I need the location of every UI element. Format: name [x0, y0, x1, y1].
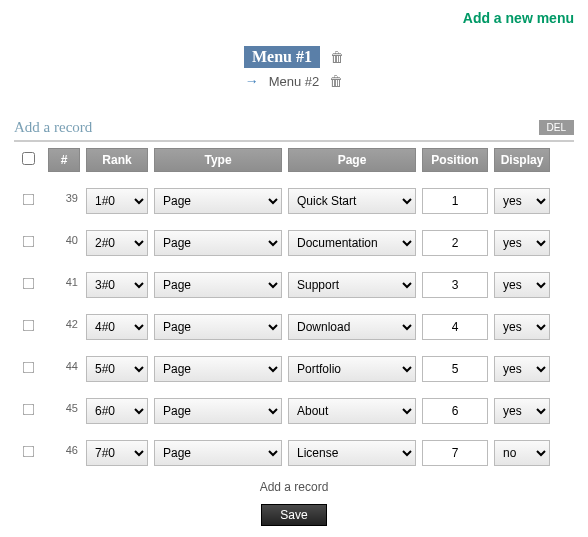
position-input[interactable] — [422, 398, 488, 424]
header-page: Page — [288, 148, 416, 172]
trash-icon[interactable]: 🗑 — [330, 49, 344, 65]
header-select — [14, 148, 42, 172]
footer-add-record[interactable]: Add a record — [14, 480, 574, 494]
rank-select[interactable]: 5#0 — [86, 356, 148, 382]
menu-active[interactable]: Menu #1 — [244, 46, 320, 68]
position-input[interactable] — [422, 314, 488, 340]
position-input[interactable] — [422, 230, 488, 256]
page-select[interactable]: License — [288, 440, 416, 466]
display-select[interactable]: yes — [494, 398, 550, 424]
display-select[interactable]: yes — [494, 272, 550, 298]
display-select[interactable]: yes — [494, 314, 550, 340]
type-select[interactable]: Page — [154, 272, 282, 298]
row-checkbox[interactable] — [22, 278, 34, 290]
type-select[interactable]: Page — [154, 188, 282, 214]
add-new-menu-link[interactable]: Add a new menu — [463, 10, 574, 26]
row-id: 40 — [48, 230, 80, 246]
section-title[interactable]: Add a record — [14, 119, 92, 136]
page-select[interactable]: Quick Start — [288, 188, 416, 214]
menu-inactive[interactable]: Menu #2 — [269, 74, 320, 89]
row-checkbox[interactable] — [22, 446, 34, 458]
type-select[interactable]: Page — [154, 440, 282, 466]
rank-select[interactable]: 4#0 — [86, 314, 148, 340]
position-input[interactable] — [422, 356, 488, 382]
position-input[interactable] — [422, 188, 488, 214]
row-checkbox[interactable] — [22, 236, 34, 248]
rank-select[interactable]: 7#0 — [86, 440, 148, 466]
rank-select[interactable]: 2#0 — [86, 230, 148, 256]
row-id: 46 — [48, 440, 80, 456]
position-input[interactable] — [422, 440, 488, 466]
delete-button[interactable]: DEL — [539, 120, 574, 135]
header-type: Type — [154, 148, 282, 172]
display-select[interactable]: yes — [494, 230, 550, 256]
row-id: 39 — [48, 188, 80, 204]
select-all-checkbox[interactable] — [22, 152, 35, 165]
save-button[interactable]: Save — [261, 504, 326, 526]
type-select[interactable]: Page — [154, 314, 282, 340]
header-id: # — [48, 148, 80, 172]
page-select[interactable]: Support — [288, 272, 416, 298]
display-select[interactable]: no — [494, 440, 550, 466]
row-id: 41 — [48, 272, 80, 288]
row-id: 44 — [48, 356, 80, 372]
rank-select[interactable]: 3#0 — [86, 272, 148, 298]
arrow-right-icon: → — [245, 73, 259, 89]
page-select[interactable]: Documentation — [288, 230, 416, 256]
header-display: Display — [494, 148, 550, 172]
page-select[interactable]: Portfolio — [288, 356, 416, 382]
display-select[interactable]: yes — [494, 188, 550, 214]
row-id: 42 — [48, 314, 80, 330]
row-id: 45 — [48, 398, 80, 414]
rank-select[interactable]: 6#0 — [86, 398, 148, 424]
trash-icon[interactable]: 🗑 — [329, 73, 343, 89]
header-rank: Rank — [86, 148, 148, 172]
display-select[interactable]: yes — [494, 356, 550, 382]
row-checkbox[interactable] — [22, 194, 34, 206]
page-select[interactable]: About — [288, 398, 416, 424]
row-checkbox[interactable] — [22, 320, 34, 332]
header-position: Position — [422, 148, 488, 172]
rank-select[interactable]: 1#0 — [86, 188, 148, 214]
position-input[interactable] — [422, 272, 488, 298]
type-select[interactable]: Page — [154, 230, 282, 256]
type-select[interactable]: Page — [154, 356, 282, 382]
row-checkbox[interactable] — [22, 362, 34, 374]
row-checkbox[interactable] — [22, 404, 34, 416]
menu-list: Menu #1 🗑 → Menu #2 🗑 — [14, 46, 574, 89]
page-select[interactable]: Download — [288, 314, 416, 340]
type-select[interactable]: Page — [154, 398, 282, 424]
